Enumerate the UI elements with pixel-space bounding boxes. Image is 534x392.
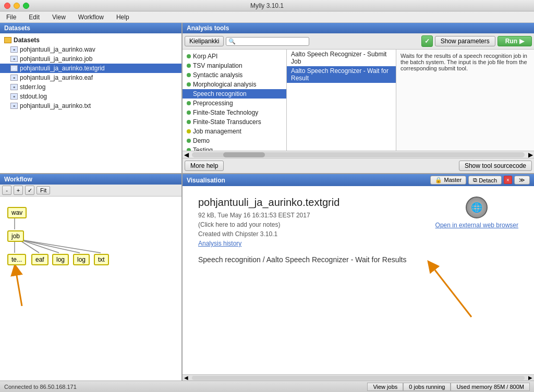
category-fstrans[interactable]: Finite-State Transducers — [183, 117, 286, 127]
list-item[interactable]: ≡ stderr.log — [0, 82, 181, 92]
category-korp-api[interactable]: Korp API — [183, 52, 286, 61]
vis-created: Created with Chipster 3.10.1 — [198, 230, 518, 238]
svg-line-2 — [20, 240, 39, 253]
filename-label: pohjantuuli_ja_aurinko.txt — [20, 102, 91, 109]
open-browser-link[interactable]: Open in external web browser — [435, 222, 518, 229]
filename-label: stderr.log — [20, 83, 45, 91]
list-item[interactable]: ≡ pohjantuuli_ja_aurinko.eaf — [0, 73, 181, 82]
scrollbar-track — [192, 152, 525, 157]
categories-list: Korp API TSV manipulation Syntactic anal… — [183, 50, 287, 151]
view-jobs-button[interactable]: View jobs — [367, 383, 403, 391]
vis-scroll-right[interactable]: ▶ — [527, 375, 534, 381]
menu-workflow[interactable]: Workflow — [76, 13, 106, 22]
menu-edit[interactable]: Edit — [27, 13, 42, 22]
main-content: Datasets Datasets ≡ pohjantuuli_ja_aurin… — [0, 23, 534, 381]
statusbar: Connected to 86.50.168.171 View jobs 0 j… — [0, 381, 534, 392]
wf-node-txt[interactable]: txt — [94, 254, 109, 265]
list-item[interactable]: ≡ pohjantuuli_ja_aurinko.txt — [0, 101, 181, 111]
tool-description: Waits for the results of a speech recogn… — [396, 50, 534, 151]
analysis-history-link[interactable]: Analysis history — [198, 240, 518, 247]
search-box: 🔍 — [226, 37, 309, 46]
master-button[interactable]: 🔒 Master — [430, 176, 466, 185]
category-dot — [187, 111, 191, 115]
analysis-title: Analysis tools — [183, 23, 534, 33]
vis-recognition-text: Speech recognition / Aalto Speech Recogn… — [198, 255, 518, 264]
show-sourcecode-button[interactable]: Show tool sourcecode — [459, 161, 532, 171]
wf-node-te[interactable]: te... — [7, 254, 26, 265]
workflow-toolbar: - + ✓ Fit — [0, 185, 181, 197]
filename-label: pohjantuuli_ja_aurinko.job — [20, 55, 92, 63]
category-demo[interactable]: Demo — [183, 136, 286, 145]
vis-horizontal-scrollbar[interactable]: ◀ ▶ — [183, 374, 534, 381]
file-icon: ≡ — [10, 75, 18, 81]
wf-node-eaf[interactable]: eaf — [31, 254, 48, 265]
zoom-out-button[interactable]: - — [2, 186, 11, 195]
run-button[interactable]: Run ▶ — [497, 36, 532, 46]
category-job-mgmt[interactable]: Job management — [183, 127, 286, 136]
menu-file[interactable]: File — [4, 13, 18, 22]
horizontal-scrollbar[interactable]: ◀ ▶ — [183, 151, 534, 158]
datasets-panel: Datasets Datasets ≡ pohjantuuli_ja_aurin… — [0, 23, 183, 173]
vis-scrollbar-track — [192, 376, 525, 380]
vis-other-button[interactable]: ≫ — [514, 176, 530, 185]
zoom-in-button[interactable]: + — [14, 186, 23, 195]
folder-label: Datasets — [14, 36, 40, 44]
svg-line-6 — [16, 270, 22, 306]
fit-button[interactable]: Fit — [37, 186, 50, 194]
list-item[interactable]: ≡ pohjantuuli_ja_aurinko.job — [0, 54, 181, 64]
analysis-bottom-bar: More help Show tool sourcecode — [183, 158, 534, 173]
visualisation-content: pohjantuuli_ja_aurinko.textgrid 92 kB, T… — [183, 186, 534, 374]
workflow-panel: Workflow - + ✓ Fit — [0, 174, 183, 381]
tool-submit-job[interactable]: Aalto Speech Recognizer - Submit Job — [287, 50, 396, 66]
vis-scroll-left[interactable]: ◀ — [183, 375, 190, 381]
svg-line-3 — [22, 240, 59, 253]
workflow-title: Workflow — [0, 174, 181, 185]
category-fst[interactable]: Finite-State Technology — [183, 108, 286, 117]
category-dot — [187, 129, 191, 133]
menu-view[interactable]: View — [50, 13, 68, 22]
kielipankki-button[interactable]: Kielipankki — [185, 36, 224, 46]
tool-wait-result[interactable]: Aalto Speech Recognizer - Wait for Resul… — [287, 66, 396, 83]
scrollbar-thumb[interactable] — [223, 152, 265, 157]
workflow-canvas: wav job te... eaf log log txt — [0, 197, 181, 381]
show-parameters-button[interactable]: Show parameters — [435, 36, 495, 46]
scroll-left-button[interactable]: ◀ — [183, 151, 190, 158]
category-dot — [187, 64, 191, 68]
wf-node-log2[interactable]: log — [73, 254, 90, 265]
minimize-button[interactable] — [14, 3, 20, 9]
category-tsv[interactable]: TSV manipulation — [183, 61, 286, 70]
menu-help[interactable]: Help — [114, 13, 131, 22]
list-item[interactable]: ≡ stdout.log — [0, 92, 181, 101]
scroll-right-button[interactable]: ▶ — [527, 151, 534, 158]
more-help-button[interactable]: More help — [185, 161, 224, 171]
search-input[interactable] — [236, 38, 298, 44]
wf-node-log1[interactable]: log — [52, 254, 69, 265]
wf-node-job[interactable]: job — [7, 230, 24, 242]
maximize-button[interactable] — [23, 3, 29, 9]
category-speech[interactable]: Speech recognition — [183, 89, 286, 99]
category-dot — [187, 54, 191, 58]
check-button[interactable]: ✓ — [421, 35, 433, 47]
file-icon: ≡ — [10, 65, 18, 71]
category-syntactic[interactable]: Syntactic analysis — [183, 70, 286, 80]
close-button[interactable] — [4, 3, 10, 9]
category-preprocessing[interactable]: Preprocessing — [183, 99, 286, 108]
memory-button[interactable]: Used memory 85M / 800M — [451, 383, 530, 391]
vis-close-button[interactable]: × — [504, 176, 512, 184]
open-browser-section: 🌐 Open in external web browser — [435, 197, 518, 229]
jobs-running-button[interactable]: 0 jobs running — [403, 383, 451, 391]
datasets-folder[interactable]: Datasets — [0, 35, 181, 45]
list-item[interactable]: ≡ pohjantuuli_ja_aurinko.textgrid — [0, 64, 181, 73]
top-half: Datasets Datasets ≡ pohjantuuli_ja_aurin… — [0, 23, 534, 174]
fit-check-button[interactable]: ✓ — [25, 186, 34, 195]
filename-label: pohjantuuli_ja_aurinko.eaf — [20, 74, 93, 81]
filename-label: pohjantuuli_ja_aurinko.wav — [20, 46, 95, 53]
svg-line-7 — [435, 270, 471, 317]
category-morphological[interactable]: Morphological analysis — [183, 80, 286, 89]
visualisation-buttons: 🔒 Master ⧉ Detach × ≫ — [430, 176, 530, 185]
detach-button[interactable]: ⧉ Detach — [468, 176, 502, 185]
wf-node-wav[interactable]: wav — [7, 207, 27, 218]
list-item[interactable]: ≡ pohjantuuli_ja_aurinko.wav — [0, 45, 181, 54]
file-icon: ≡ — [10, 84, 18, 90]
category-testing[interactable]: Testing — [183, 145, 286, 151]
